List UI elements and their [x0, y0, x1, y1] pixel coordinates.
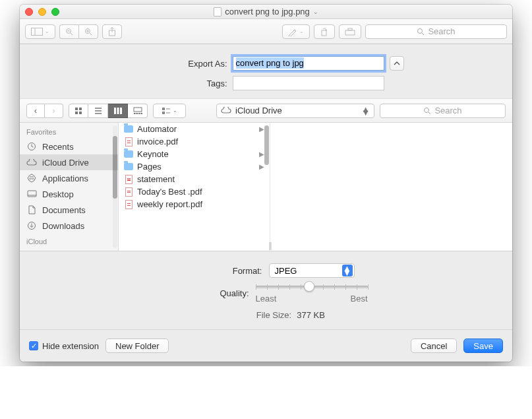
svg-rect-13 — [348, 28, 352, 30]
preview-pane: ‖ — [270, 123, 512, 251]
format-value: JPEG — [275, 266, 297, 276]
svg-rect-32 — [162, 112, 165, 114]
file-name: statement — [137, 174, 175, 184]
check-icon: ✓ — [29, 341, 38, 350]
sidebar-item-recents[interactable]: Recents — [20, 139, 118, 154]
svg-rect-29 — [138, 113, 140, 114]
grouping-button[interactable]: ⌄ — [153, 104, 186, 118]
close-window-button[interactable] — [25, 8, 33, 16]
file-item[interactable]: statement — [119, 173, 270, 185]
forward-button[interactable]: › — [45, 104, 63, 118]
sidebar-toggle-button[interactable]: ⌄ — [25, 24, 55, 39]
pdf-icon — [124, 200, 133, 209]
location-select[interactable]: iCloud Drive ▲▼ — [216, 104, 374, 118]
svg-rect-24 — [117, 108, 119, 114]
file-item[interactable]: Automator▶ — [119, 123, 270, 135]
sidebar-item-documents[interactable]: Documents — [20, 202, 118, 218]
file-name: invoice.pdf — [137, 137, 178, 146]
filesize-value: 377 KB — [297, 310, 325, 320]
share-button[interactable] — [102, 24, 122, 39]
toolbar-search-field[interactable]: Search — [365, 24, 507, 39]
file-name: Keynote — [137, 149, 169, 159]
select-arrows-icon: ▲▼ — [342, 265, 353, 276]
pdf-icon — [124, 175, 133, 184]
svg-rect-12 — [345, 30, 355, 35]
file-item[interactable]: invoice.pdf — [119, 135, 270, 148]
tags-input[interactable] — [233, 76, 384, 90]
gallery-view-button[interactable] — [128, 104, 148, 118]
hide-extension-label: Hide extension — [42, 341, 99, 351]
file-item[interactable]: weekly report.pdf — [119, 198, 270, 210]
browser-search-placeholder: Search — [434, 106, 461, 115]
folder-icon — [124, 125, 133, 134]
sidebar-item-label: Documents — [42, 205, 86, 215]
export-fields: Export As: convert png to jpg Tags: — [20, 44, 512, 99]
quality-least-label: Least — [256, 294, 277, 304]
file-item[interactable]: Keynote▶ — [119, 148, 270, 160]
window-title-text: convert png to jpg.png — [225, 7, 310, 16]
sidebar-item-icloud-drive[interactable]: iCloud Drive — [20, 154, 118, 170]
rotate-button[interactable] — [314, 24, 335, 39]
column-resize-handle[interactable]: ‖ — [266, 242, 274, 249]
back-button[interactable]: ‹ — [26, 104, 45, 118]
new-folder-button[interactable]: New Folder — [105, 338, 169, 353]
title-chevron-icon[interactable]: ⌄ — [313, 9, 318, 15]
list-view-button[interactable] — [88, 104, 108, 118]
svg-rect-0 — [32, 28, 43, 35]
disclosure-arrow-icon: ▶ — [259, 125, 264, 133]
file-item[interactable]: Today's Best .pdf — [119, 185, 270, 198]
sidebar-item-label: Desktop — [42, 189, 74, 199]
sidebar-scrollbar-thumb[interactable] — [113, 136, 117, 199]
svg-rect-31 — [162, 108, 165, 110]
filesize-label: File Size: — [207, 310, 291, 320]
location-text: iCloud Drive — [235, 106, 282, 115]
export-as-input[interactable]: convert png to jpg — [233, 56, 384, 71]
svg-rect-28 — [136, 113, 138, 114]
titlebar: convert png to jpg.png ⌄ — [20, 5, 512, 19]
slider-knob[interactable] — [304, 281, 314, 292]
disclosure-arrow-icon: ▶ — [259, 163, 264, 170]
quality-slider[interactable]: Least Best — [256, 283, 368, 304]
svg-rect-40 — [28, 191, 36, 197]
svg-line-15 — [422, 33, 424, 35]
pdf-icon — [124, 137, 133, 146]
svg-rect-11 — [322, 30, 326, 36]
svg-rect-16 — [75, 108, 78, 110]
tags-label: Tags: — [129, 79, 227, 88]
svg-line-36 — [429, 112, 430, 114]
column-scrollbar-thumb[interactable] — [264, 125, 269, 165]
svg-rect-25 — [120, 108, 122, 114]
sidebar-item-label: Applications — [42, 174, 88, 183]
format-label: Format: — [178, 266, 262, 276]
file-name: Today's Best .pdf — [137, 187, 202, 197]
zoom-window-button[interactable] — [51, 8, 59, 16]
toolbar-search-placeholder: Search — [428, 26, 455, 36]
column-view-button[interactable] — [108, 104, 128, 118]
download-icon — [26, 220, 37, 231]
format-options: Format: JPEG ▲▼ Quality: — [20, 251, 512, 330]
minimize-window-button[interactable] — [38, 8, 46, 16]
sidebar-item-desktop[interactable]: Desktop — [20, 186, 118, 202]
format-select[interactable]: JPEG ▲▼ — [269, 263, 355, 278]
svg-rect-18 — [75, 112, 78, 114]
markup-button[interactable]: ⌄ — [282, 24, 310, 39]
sidebar-item-label: iCloud Drive — [42, 158, 89, 168]
sidebar-item-applications[interactable]: Applications — [20, 170, 118, 186]
filesize-row: File Size: 377 KB — [207, 310, 325, 320]
svg-rect-23 — [114, 108, 116, 114]
collapse-button[interactable] — [390, 56, 404, 71]
sidebar-item-downloads[interactable]: Downloads — [20, 218, 118, 234]
svg-rect-26 — [134, 108, 142, 112]
document-icon — [214, 7, 222, 16]
export-dialog-window: convert png to jpg.png ⌄ ⌄ ⌄ Search — [20, 5, 512, 362]
hide-extension-checkbox[interactable]: ✓ Hide extension — [29, 341, 99, 351]
cancel-button[interactable]: Cancel — [411, 338, 457, 353]
icon-view-button[interactable] — [69, 104, 88, 118]
file-item[interactable]: Pages▶ — [119, 160, 270, 173]
browser-search-field[interactable]: Search — [380, 104, 506, 118]
zoom-out-button[interactable] — [59, 24, 78, 39]
zoom-in-button[interactable] — [78, 24, 98, 39]
save-button[interactable]: Save — [463, 338, 503, 353]
svg-line-3 — [71, 33, 73, 35]
edit-button[interactable] — [339, 24, 361, 39]
